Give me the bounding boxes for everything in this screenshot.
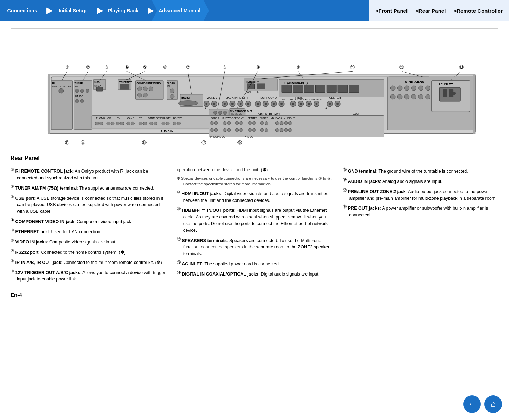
svg-point-31: [418, 94, 423, 99]
desc-item-14: ⑭ DIGITAL IN COAXIAL/OPTICAL jacks: Digi…: [177, 270, 333, 278]
home-button[interactable]: ⌂: [484, 395, 502, 413]
svg-point-224: [300, 103, 302, 105]
svg-point-20: [411, 86, 416, 91]
svg-point-153: [240, 128, 243, 132]
svg-point-78: [59, 88, 64, 93]
rear-panel-svg: ① ② ③ ④ ⑤ ⑥ ⑦ ⑧ ⑨ ⑩ ⑪ ⑫ ⑬ SPEAKERS: [11, 29, 498, 148]
desc-item-5: ⑤ ETHERNET port: Used for LAN connection: [11, 227, 166, 235]
svg-point-146: [284, 121, 288, 125]
svg-point-134: [210, 121, 213, 125]
bottom-navigation: ← ⌂: [463, 395, 502, 413]
svg-point-206: [224, 103, 226, 105]
svg-point-74: [170, 94, 174, 99]
svg-rect-40: [293, 85, 303, 93]
tab-playing-back[interactable]: Playing Back: [101, 0, 147, 21]
svg-text:+ -: + -: [325, 107, 328, 110]
svg-point-220: [280, 103, 283, 105]
svg-point-228: [315, 103, 317, 105]
back-icon: ←: [468, 400, 476, 409]
svg-point-22: [426, 86, 430, 91]
svg-point-126: [177, 122, 181, 125]
desc-item-1: ① RI REMOTE CONTROL jack: An Onkyo produ…: [11, 167, 166, 181]
svg-point-141: [253, 121, 256, 125]
svg-point-140: [248, 121, 252, 125]
svg-point-208: [231, 103, 234, 105]
svg-point-95: [223, 111, 227, 115]
remote-controller-link[interactable]: >Remote Controller: [451, 8, 505, 14]
svg-text:⑧: ⑧: [223, 64, 227, 70]
svg-point-117: [127, 122, 130, 125]
desc-item-11: ⑪ HDBaseT™ IN/OUT ports: HDMI input sign…: [177, 206, 333, 234]
svg-text:AM: AM: [75, 85, 79, 88]
home-icon: ⌂: [491, 400, 495, 409]
svg-point-113: [107, 122, 110, 125]
nav-right-links: >Front Panel >Rear Panel >Remote Control…: [369, 0, 509, 21]
svg-text:REMOTE CONTROL: REMOTE CONTROL: [52, 85, 72, 87]
rear-panel-diagram: ① ② ③ ④ ⑤ ⑥ ⑦ ⑧ ⑨ ⑩ ⑪ ⑫ ⑬ SPEAKERS: [11, 28, 498, 148]
svg-text:⑱: ⑱: [237, 140, 242, 145]
desc-col-3: ⑮ GND terminal: The ground wire of the t…: [343, 167, 498, 285]
section-title: Rear Panel: [11, 155, 498, 163]
svg-text:FM 75Ω: FM 75Ω: [75, 95, 83, 98]
svg-text:FRONT: FRONT: [295, 96, 305, 99]
tab-connections[interactable]: Connections: [0, 0, 46, 21]
svg-point-157: [265, 128, 268, 132]
tab-advanced-manual[interactable]: Advanced Manual: [151, 0, 209, 21]
svg-rect-42: [315, 85, 325, 93]
svg-point-136: [223, 121, 226, 125]
svg-text:②: ②: [86, 64, 90, 70]
svg-text:PRE/LINE OUT: PRE/LINE OUT: [210, 136, 227, 138]
desc-item-12: ⑫ SPEAKERS terminals: Speakers are conne…: [177, 236, 333, 257]
svg-text:HD (ASSIGNABLE): HD (ASSIGNABLE): [283, 81, 308, 85]
svg-text:PC: PC: [139, 117, 142, 119]
svg-text:5V/1A: 5V/1A: [94, 85, 101, 87]
svg-point-203: [213, 103, 215, 105]
svg-point-158: [275, 128, 279, 132]
front-panel-link[interactable]: >Front Panel: [373, 8, 410, 14]
desc-item-10: ⑩ HDMI IN/OUT jacks: Digital video signa…: [177, 189, 333, 204]
svg-text:CBL/SAT: CBL/SAT: [161, 117, 171, 119]
svg-point-135: [214, 121, 218, 125]
svg-point-90: [178, 101, 198, 106]
svg-point-122: [154, 122, 157, 125]
desc-item-16: ⑯ AUDIO IN jacks: Analog audio signals a…: [343, 177, 498, 185]
back-button[interactable]: ←: [463, 395, 481, 413]
desc-item-7: ⑦ RS232 port: Connected to the home cont…: [11, 248, 166, 256]
svg-rect-237: [473, 74, 475, 134]
svg-text:ZONE 2: ZONE 2: [207, 96, 218, 99]
svg-point-118: [131, 122, 135, 125]
svg-point-145: [280, 121, 283, 125]
svg-point-65: [137, 87, 142, 91]
svg-point-82: [75, 89, 79, 93]
svg-text:5.1ch: 5.1ch: [353, 112, 359, 115]
svg-text:RS232: RS232: [181, 96, 190, 99]
svg-text:SURROUND: SURROUND: [260, 117, 274, 119]
svg-text:AUDIO IN: AUDIO IN: [161, 130, 173, 133]
svg-text:IN: IN: [256, 91, 259, 93]
svg-point-67: [149, 87, 153, 91]
svg-text:7.1ch (or Bi-AMP): 7.1ch (or Bi-AMP): [257, 112, 280, 115]
rear-panel-link[interactable]: >Rear Panel: [412, 8, 448, 14]
svg-text:SDCP2.0: SDCP2.0: [311, 98, 322, 101]
svg-text:USB: USB: [94, 81, 100, 84]
svg-text:FRONT: FRONT: [235, 117, 244, 119]
tab-initial-setup[interactable]: Initial Setup: [50, 0, 96, 21]
svg-point-148: [210, 128, 213, 132]
svg-rect-59: [96, 87, 103, 91]
svg-text:IN: IN: [282, 98, 285, 101]
svg-text:TUNER: TUNER: [75, 82, 83, 85]
svg-text:SPEAKERS: SPEAKERS: [405, 80, 424, 84]
svg-point-138: [235, 121, 239, 125]
svg-point-159: [280, 128, 283, 132]
svg-text:⑮: ⑮: [81, 140, 85, 145]
svg-point-144: [275, 121, 279, 125]
svg-rect-44: [338, 85, 348, 93]
svg-point-93: [213, 111, 217, 115]
svg-text:⑭: ⑭: [65, 140, 69, 145]
svg-point-230: [329, 103, 331, 105]
svg-text:+ -: + -: [205, 107, 207, 110]
svg-point-160: [284, 128, 288, 132]
svg-point-112: [99, 122, 103, 125]
svg-point-154: [248, 128, 252, 132]
svg-point-226: [308, 103, 310, 105]
